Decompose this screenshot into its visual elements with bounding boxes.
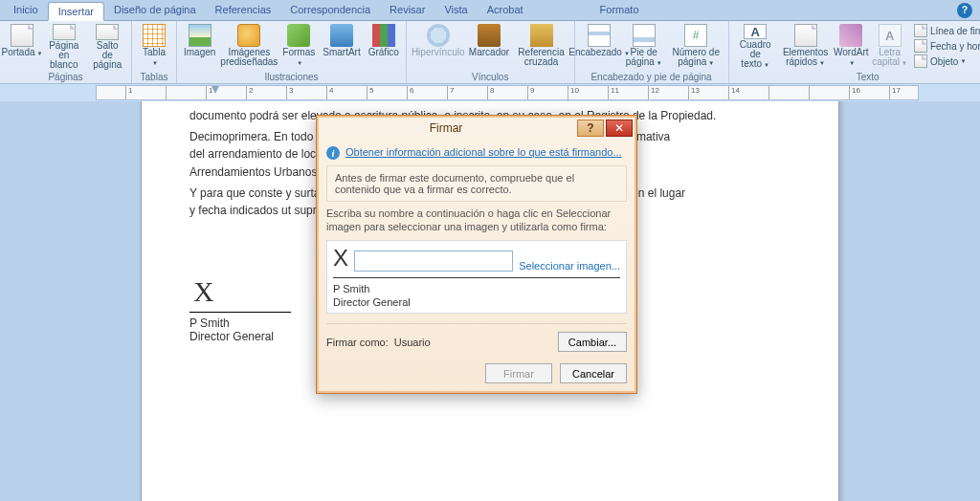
signature-x-icon: X (333, 245, 348, 272)
dialog-help-button[interactable]: ? (577, 120, 604, 137)
modal-backdrop: Firmar ? ✕ i Obtener información adicion… (0, 0, 980, 501)
select-image-link[interactable]: Seleccionar imagen... (519, 260, 620, 272)
dialog-close-button[interactable]: ✕ (606, 120, 633, 137)
dialog-titlebar[interactable]: Firmar ? ✕ (317, 116, 636, 141)
warning-text: Antes de firmar este documento, comprueb… (326, 165, 627, 202)
signature-name-input[interactable] (354, 250, 513, 272)
dialog-title: Firmar (317, 121, 575, 135)
change-button[interactable]: Cambiar... (558, 332, 627, 352)
info-icon: i (326, 146, 340, 160)
sign-as-value: Usuario (394, 337, 431, 348)
sign-dialog: Firmar ? ✕ i Obtener información adicion… (316, 115, 637, 394)
sign-button[interactable]: Firmar (485, 363, 552, 383)
signing-info-link[interactable]: Obtener información adicional sobre lo q… (345, 146, 622, 158)
instruction-text: Escriba su nombre a continuación o haga … (326, 207, 627, 234)
signer-name-label: P Smith (333, 282, 620, 295)
signer-title-label: Director General (333, 295, 620, 309)
sign-as-label: Firmar como: (326, 337, 389, 348)
cancel-button[interactable]: Cancelar (560, 363, 627, 383)
